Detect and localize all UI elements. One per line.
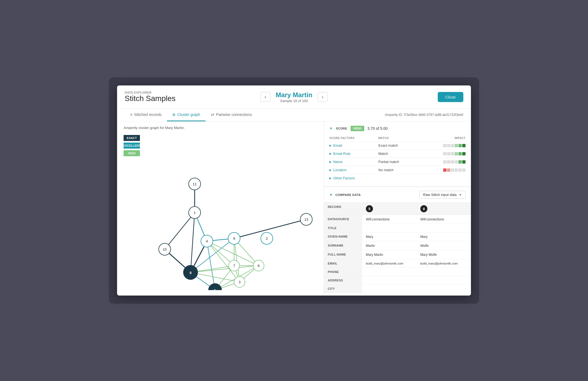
factor-location-match: No match [378,168,427,172]
surname-col2: Wolfe [416,241,471,250]
factor-name-arrow: ▶ [329,160,332,163]
phone-col2 [416,268,471,276]
seg5 [458,152,462,155]
factor-location[interactable]: ▶ Location [329,168,378,172]
svg-text:7: 7 [233,264,235,268]
header-person: Mary Martin Sample 18 of 100 [276,91,313,103]
title-col1 [362,224,416,232]
factor-other-arrow: ▶ [329,177,332,180]
factor-name[interactable]: ▶ Name [329,160,378,164]
seg3 [451,160,454,164]
record-col2: 8 [416,203,471,215]
data-table-row-phone: PHONE [324,268,471,276]
svg-text:10: 10 [163,247,167,251]
sample-info: Sample 18 of 100 [276,99,313,103]
svg-text:8: 8 [189,271,191,275]
factor-email[interactable]: ▶ Email [329,143,378,148]
compare-dropdown[interactable]: Raw Stitch input data ▼ [419,191,465,199]
score-badge: HIGH [351,126,364,131]
factor-other[interactable]: ▶ Other Factors [329,176,378,180]
svg-line-7 [207,241,215,290]
data-table-header-row: RECORD 5 8 [324,203,471,215]
seg3 [451,168,454,172]
compare-section-arrow[interactable]: ▼ [329,193,333,197]
modal: DATA EXPLORER Stitch Samples ‹ Mary Mart… [117,85,471,296]
factors-col-impact: IMPACT [427,137,465,140]
tab-cluster-graph[interactable]: ⊕ Cluster graph [167,109,206,121]
factor-emailrule-match: Match [378,152,427,156]
address-col2 [416,276,471,284]
modal-header: DATA EXPLORER Stitch Samples ‹ Mary Mart… [117,85,471,109]
city-col1 [362,285,416,293]
cluster-graph-svg: 11 10 1 4 9 [117,132,324,290]
datasource-col1: Wifi:connections [362,215,416,224]
compare-section: ▼ COMPARE DATA Raw Stitch input data ▼ R… [324,187,471,293]
header-center: ‹ Mary Martin Sample 18 of 100 › [261,91,328,103]
data-table-row-given-name: GIVEN-NAME Mary Mary [324,232,471,241]
factors-table: SCORE FACTORS MATCH IMPACT ▶ Email Exact… [329,135,465,182]
factor-location-label: Location [333,168,347,172]
record-badge-5: 5 [366,205,373,212]
address-col1 [362,276,416,284]
address-label: ADDRESS [324,276,362,284]
tab-stitched-records-label: Stitched records [134,112,161,117]
graph-panel: Amperity cluster graph for Mary Martin. … [117,121,324,296]
seg1 [443,160,446,164]
seg2 [447,168,450,172]
seg6 [462,168,465,172]
cluster-graph-icon: ⊕ [172,112,176,117]
factors-table-header: SCORE FACTORS MATCH IMPACT [329,135,465,141]
seg6 [462,152,465,155]
data-table-row-city: CITY [324,285,471,293]
surname-label: SURNAME [324,241,362,250]
seg4 [455,144,458,147]
prev-arrow-button[interactable]: ‹ [261,92,270,102]
phone-label: PHONE [324,268,362,276]
seg4 [455,152,458,155]
cluster-graph-svg-container: 11 10 1 4 9 [117,132,324,296]
factor-row-name: ▶ Name Partial match [329,158,465,166]
seg1 [443,144,446,147]
factor-email-match: Exact match [378,143,427,148]
seg3 [451,152,454,155]
seg6 [462,160,465,164]
score-section-arrow[interactable]: ▼ [329,127,333,130]
datasource-col2: Wifi:connections [416,215,471,224]
factor-row-emailrule: ▶ Email-Rule Match [329,149,465,158]
factor-email-arrow: ▶ [329,144,332,147]
seg2 [447,152,450,155]
data-table-row-datasource: DATASOURCE Wifi:connections Wifi:connect… [324,215,471,224]
city-label: CITY [324,285,362,293]
next-arrow-button[interactable]: › [318,92,327,102]
seg3 [451,144,454,147]
factors-col-match: MATCH [378,137,427,140]
given-name-col2: Mary [416,232,471,241]
factor-location-arrow: ▶ [329,168,332,171]
seg6 [462,144,465,147]
factor-row-email: ▶ Email Exact match [329,141,465,149]
factor-emailrule[interactable]: ▶ Email-Rule [329,152,378,156]
datasource-label: DATASOURCE [324,215,362,224]
score-header: ▼ SCORE HIGH 3.70 of 5.00 [329,126,465,131]
seg5 [458,168,462,172]
record-field-label: RECORD [324,203,362,215]
compare-label: COMPARE DATA [335,193,361,196]
person-name: Mary Martin [276,91,313,99]
phone-col1 [362,268,416,276]
tab-stitched-records[interactable]: ≡ Stitched records [125,109,167,121]
data-table-row-address: ADDRESS [324,276,471,285]
data-table-row-surname: SURNAME Martin Wolfe [324,241,471,250]
factor-row-other: ▶ Other Factors [329,174,465,182]
score-label: SCORE [336,127,347,130]
factor-email-impact [427,144,465,147]
full-name-col1: Mary Martin [362,250,416,259]
close-button[interactable]: Close [438,92,463,102]
tab-pairwise-connections[interactable]: ⇄ Pairwise connections [206,109,257,121]
factor-emailrule-impact [427,152,465,155]
svg-text:4: 4 [206,239,208,243]
score-section: ▼ SCORE HIGH 3.70 of 5.00 SCORE FACTORS … [324,121,471,187]
factor-name-label: Name [333,160,343,164]
tab-cluster-graph-label: Cluster graph [177,112,200,117]
chevron-down-icon: ▼ [459,193,462,197]
stitched-records-icon: ≡ [130,112,132,117]
